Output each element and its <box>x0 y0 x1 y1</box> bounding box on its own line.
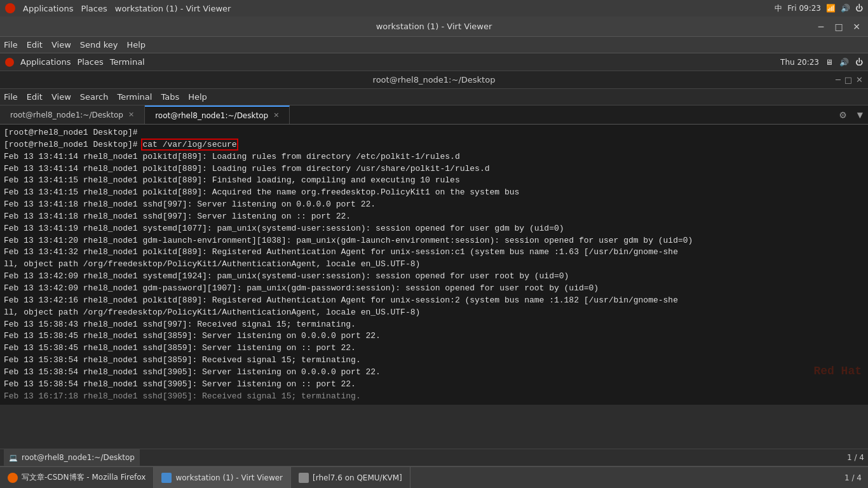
term-content[interactable]: [root@rhel8_node1 Desktop]# [root@rhel8_… <box>0 125 868 405</box>
term-menu-search[interactable]: Search <box>80 92 109 102</box>
term-tab-2-label: root@rhel8_node1:~/Desktop <box>155 111 268 120</box>
term-line-16: Feb 13 15:38:54 rhel8_node1 sshd[3859]: … <box>4 355 864 367</box>
vv-menu-help[interactable]: Help <box>126 40 146 50</box>
vv-close-button[interactable]: ✕ <box>850 22 863 32</box>
firefox-icon <box>8 473 18 483</box>
vm-taskbar-terminal[interactable]: 💻 root@rhel8_node1:~/Desktop <box>4 449 140 466</box>
virt-icon <box>161 473 172 483</box>
dropdown-icon: ▼ <box>857 111 863 119</box>
term-line-3: Feb 13 13:41:15 rhel8_node1 polkitd[889]… <box>4 175 864 187</box>
taskbar-firefox-label: 写文章-CSDN博客 - Mozilla Firefox <box>22 472 146 483</box>
vm-volume-icon: 🔊 <box>839 58 849 67</box>
vm-places[interactable]: Places <box>77 57 103 67</box>
vm-app-icon <box>5 58 14 67</box>
vv-titlebar-buttons: ─ □ ✕ <box>815 22 863 32</box>
host-app-icon <box>5 3 15 13</box>
term-line-9b: ll, object path /org/freedesktop/PolicyK… <box>4 259 864 271</box>
host-places[interactable]: Places <box>81 4 107 13</box>
term-line-8: Feb 13 13:41:20 rhel8_node1 gdm-launch-e… <box>4 235 864 247</box>
vv-title: workstation (1) - Virt Viewer <box>376 22 492 31</box>
vv-menubar: File Edit View Send key Help <box>0 37 868 53</box>
term-menu-help[interactable]: Help <box>188 92 207 102</box>
taskbar-firefox[interactable]: 写文章-CSDN博客 - Mozilla Firefox <box>0 467 154 488</box>
term-menu-view[interactable]: View <box>51 92 71 102</box>
term-title: root@rhel8_node1:~/Desktop <box>373 75 496 85</box>
host-window-title: workstation (1) - Virt Viewer <box>115 4 231 13</box>
host-topbar: Applications Places workstation (1) - Vi… <box>0 0 868 17</box>
vv-minimize-button[interactable]: ─ <box>815 22 827 32</box>
term-line-19: Feb 13 16:17:18 rhel8_node1 sshd[3905]: … <box>4 391 864 403</box>
term-maximize-button[interactable]: □ <box>844 75 852 85</box>
term-line-14: Feb 13 15:38:45 rhel8_node1 sshd[3859]: … <box>4 330 864 342</box>
vm-topbar-right: Thu 20:23 🖥 🔊 ⏻ <box>780 58 863 67</box>
term-titlebar-buttons: ─ □ ✕ <box>836 75 863 85</box>
term-menubar: File Edit View Search Terminal Tabs Help <box>0 89 868 105</box>
term-menu-terminal[interactable]: Terminal <box>117 92 152 102</box>
vm-power-icon: ⏻ <box>855 58 863 67</box>
taskbar-virt-label: workstation (1) - Virt Viewer <box>175 473 283 482</box>
term-tab-spacer <box>290 105 834 124</box>
vm-time: Thu 20:23 <box>780 58 819 67</box>
term-line-12: Feb 13 13:42:16 rhel8_node1 polkitd[889]… <box>4 295 864 307</box>
term-line-prompt1: [root@rhel8_node1 Desktop]# <box>4 127 864 139</box>
term-tab-2-close[interactable]: ✕ <box>273 111 279 119</box>
term-line-15: Feb 13 15:38:45 rhel8_node1 sshd[3859]: … <box>4 342 864 355</box>
vv-titlebar: workstation (1) - Virt Viewer ─ □ ✕ <box>0 17 868 37</box>
volume-icon: 🔊 <box>841 4 850 13</box>
term-line-12b: ll, object path /org/freedesktop/PolicyK… <box>4 307 864 319</box>
term-line-cmd: [root@rhel8_node1 Desktop]# cat /var/log… <box>4 139 864 151</box>
term-line-10: Feb 13 13:42:09 rhel8_node1 systemd[1924… <box>4 271 864 283</box>
term-menu-file[interactable]: File <box>4 92 18 102</box>
term-line-2: Feb 13 13:41:14 rhel8_node1 polkitd[889]… <box>4 163 864 175</box>
vv-menu-view[interactable]: View <box>51 40 71 50</box>
term-line-13: Feb 13 15:38:43 rhel8_node1 sshd[997]: R… <box>4 319 864 331</box>
vm-window: Applications Places Terminal Thu 20:23 🖥… <box>0 53 868 405</box>
term-close-button[interactable]: ✕ <box>856 75 863 85</box>
term-line-17: Feb 13 15:38:54 rhel8_node1 sshd[3905]: … <box>4 367 864 379</box>
term-line-18: Feb 13 15:38:54 rhel8_node1 sshd[3905]: … <box>4 379 864 391</box>
vv-menu-edit[interactable]: Edit <box>27 40 43 50</box>
host-topbar-right: 中 Fri 09:23 📶 🔊 ⏻ <box>775 3 863 14</box>
term-line-7: Feb 13 13:41:19 rhel8_node1 systemd[1077… <box>4 223 864 235</box>
power-icon: ⏻ <box>855 4 863 13</box>
vm-topbar: Applications Places Terminal Thu 20:23 🖥… <box>0 53 868 71</box>
term-tab-dropdown[interactable]: ▼ <box>852 105 868 124</box>
term-line-11: Feb 13 13:42:09 rhel8_node1 gdm-password… <box>4 283 864 295</box>
settings-icon: ⚙ <box>839 110 847 120</box>
term-tab-1[interactable]: root@rhel8_node1:~/Desktop ✕ <box>0 105 145 124</box>
term-tab-2[interactable]: root@rhel8_node1:~/Desktop ✕ <box>145 105 290 124</box>
taskbar-qemu[interactable]: [rhel7.6 on QEMU/KVM] <box>291 467 410 488</box>
term-cmd-highlight: cat /var/log/secure <box>142 140 236 149</box>
vv-menu-file[interactable]: File <box>4 40 18 50</box>
vv-menu-sendkey[interactable]: Send key <box>80 40 118 50</box>
vm-taskbar: 💻 root@rhel8_node1:~/Desktop 1 / 4 <box>0 449 868 466</box>
vm-applications[interactable]: Applications <box>20 57 71 67</box>
host-taskbar: 写文章-CSDN博客 - Mozilla Firefox workstation… <box>0 466 868 488</box>
host-applications[interactable]: Applications <box>23 4 73 13</box>
vm-taskbar-terminal-label: root@rhel8_node1:~/Desktop <box>22 453 135 462</box>
term-tab-1-label: root@rhel8_node1:~/Desktop <box>10 111 123 119</box>
vm-taskbar-terminal-icon: 💻 <box>9 454 18 462</box>
vv-maximize-button[interactable]: □ <box>832 22 845 32</box>
term-tab-settings[interactable]: ⚙ <box>834 105 852 124</box>
term-tab-1-close[interactable]: ✕ <box>128 111 134 119</box>
taskbar-qemu-label: [rhel7.6 on QEMU/KVM] <box>313 473 402 482</box>
term-minimize-button[interactable]: ─ <box>836 75 841 85</box>
term-line-4: Feb 13 13:41:15 rhel8_node1 polkitd[889]… <box>4 187 864 199</box>
vm-taskbar-page: 1 / 4 <box>847 453 864 462</box>
term-line-1: Feb 13 13:41:14 rhel8_node1 polkitd[889]… <box>4 151 864 163</box>
taskbar-page: 1 / 4 <box>844 473 868 482</box>
term-line-9: Feb 13 13:41:32 rhel8_node1 polkitd[889]… <box>4 247 864 259</box>
wifi-icon: 📶 <box>826 4 836 13</box>
taskbar-virt[interactable]: workstation (1) - Virt Viewer <box>154 467 291 488</box>
vm-terminal-menu[interactable]: Terminal <box>110 57 145 67</box>
host-time: Fri 09:23 <box>787 4 821 13</box>
term-titlebar: root@rhel8_node1:~/Desktop ─ □ ✕ <box>0 71 868 89</box>
term-tabs: root@rhel8_node1:~/Desktop ✕ root@rhel8_… <box>0 105 868 125</box>
term-line-5: Feb 13 13:41:18 rhel8_node1 sshd[997]: S… <box>4 199 864 211</box>
term-line-6: Feb 13 13:41:18 rhel8_node1 sshd[997]: S… <box>4 211 864 223</box>
term-menu-edit[interactable]: Edit <box>27 92 43 102</box>
term-menu-tabs[interactable]: Tabs <box>161 92 179 102</box>
host-lang: 中 <box>775 3 782 14</box>
qemu-icon <box>299 473 309 483</box>
